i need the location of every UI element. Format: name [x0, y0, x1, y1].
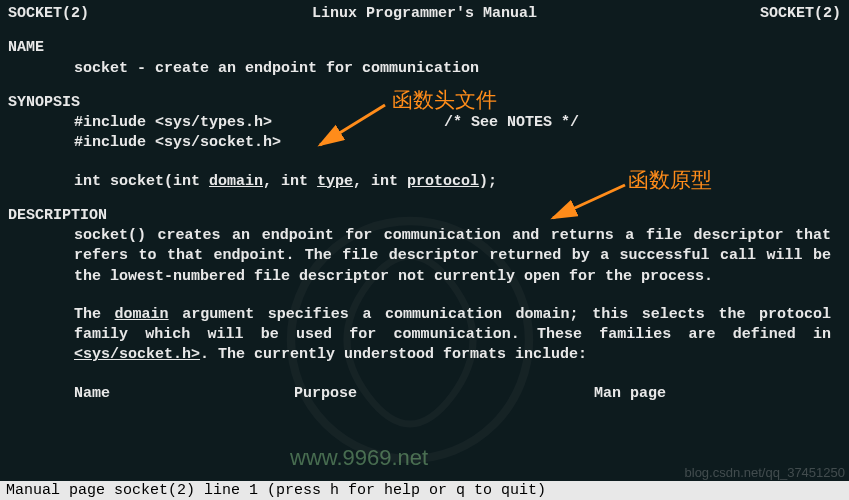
col-purpose: Purpose: [294, 384, 594, 404]
terminal-view[interactable]: SOCKET(2) Linux Programmer's Manual SOCK…: [0, 0, 849, 404]
desc-p2-b: argument specifies a communication domai…: [74, 306, 831, 343]
proto-arg-domain: domain: [209, 173, 263, 190]
svg-line-1: [553, 185, 625, 218]
desc-p2-c: . The currently understood formats inclu…: [200, 346, 587, 363]
include1-note: /* See NOTES */: [444, 113, 579, 133]
desc-fn-name: socket: [74, 227, 128, 244]
proto-arg-protocol: protocol: [407, 173, 479, 190]
annotation-prototype: 函数原型: [628, 166, 712, 194]
man-header-right: SOCKET(2): [760, 4, 841, 24]
arrow-icon: [545, 180, 635, 230]
svg-line-0: [320, 105, 385, 145]
proto-arg-type: type: [317, 173, 353, 190]
section-name-title: NAME: [8, 38, 841, 58]
proto-mid2: , int: [353, 173, 407, 190]
name-line: socket - create an endpoint for communic…: [8, 59, 841, 79]
col-name: Name: [74, 384, 294, 404]
desc-p2-a: The: [74, 306, 115, 323]
pager-statusbar[interactable]: Manual page socket(2) line 1 (press h fo…: [0, 481, 849, 500]
function-prototype: int socket(int domain, int type, int pro…: [8, 172, 841, 192]
man-header: SOCKET(2) Linux Programmer's Manual SOCK…: [8, 4, 841, 24]
proto-post: );: [479, 173, 497, 190]
format-columns: Name Purpose Man page: [8, 384, 841, 404]
description-paragraph-1: socket() creates an endpoint for communi…: [8, 226, 841, 287]
arrow-icon: [310, 100, 390, 160]
proto-pre: int socket(int: [74, 173, 209, 190]
site-watermark: www.9969.net: [290, 445, 428, 471]
include-line-1: #include <sys/types.h> /* See NOTES */: [8, 113, 841, 133]
desc-p2-domain: domain: [115, 306, 169, 323]
desc-p2-header: <sys/socket.h>: [74, 346, 200, 363]
col-manpage: Man page: [594, 384, 666, 404]
man-header-center: Linux Programmer's Manual: [312, 4, 537, 24]
description-paragraph-2: The domain argument specifies a communic…: [8, 305, 841, 366]
annotation-header-files: 函数头文件: [392, 86, 497, 114]
man-header-left: SOCKET(2): [8, 4, 89, 24]
proto-mid1: , int: [263, 173, 317, 190]
url-watermark: blog.csdn.net/qq_37451250: [685, 465, 845, 480]
desc-p1-rest: () creates an endpoint for communication…: [74, 227, 831, 285]
include-line-2: #include <sys/socket.h>: [8, 133, 841, 153]
section-description-title: DESCRIPTION: [8, 206, 841, 226]
